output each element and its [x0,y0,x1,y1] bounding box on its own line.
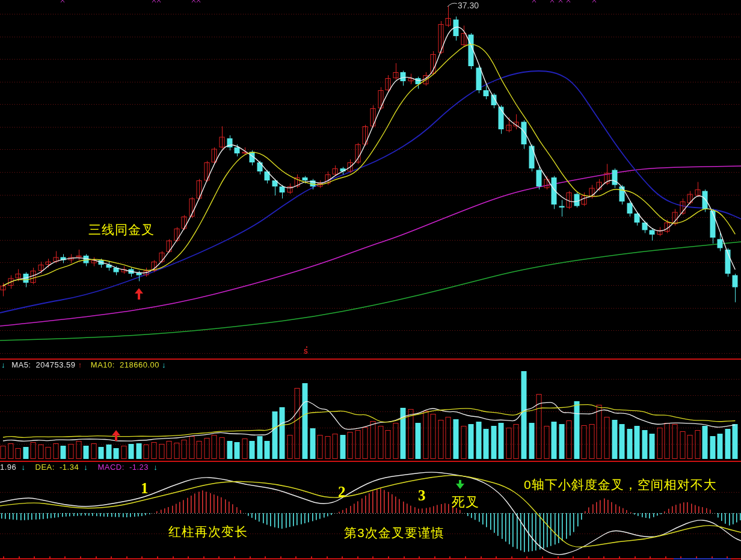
macd-dea-value: -1.34 [60,463,79,472]
event-marker-s[interactable]: S [304,349,308,355]
macd-indicator-header: 1.96 ↓ DEA: -1.34 ↓ MACD: -1.23 ↓ [0,463,158,472]
volume-trend-down-icon: ↓ [1,360,5,369]
macd-macd-label: MACD: [97,463,124,472]
annotation-death-cross: 死叉 [452,493,479,511]
volume-ma5-up-icon: ↑ [78,360,82,369]
macd-macd-value: -1.23 [129,463,149,472]
volume-ma10-value: 218660.00 [120,360,159,369]
annotation-below-zero-cross: 0轴下小斜度金叉，空间相对不大 [524,476,717,493]
volume-ma5-label: MA5: [11,360,31,369]
stock-chart-app: 37.30 三线同金叉 红柱再次变长 第3次金叉要谨慎 死叉 0轴下小斜度金叉，… [0,0,741,560]
event-marker-dot [306,346,307,348]
peak-price-label: 37.30 [458,1,479,10]
macd-dea-label: DEA: [35,463,55,472]
macd-macd-down-icon: ↓ [153,463,158,472]
macd-dif-value: 1.96 [0,463,16,472]
annotation-third-cross-caution: 第3次金叉要谨慎 [344,525,444,541]
volume-ma10-down-icon: ↓ [162,360,166,369]
macd-dea-down-icon: ↓ [84,463,88,472]
volume-ma5-value: 204753.59 [36,360,76,369]
annotation-number-1: 1 [141,480,149,497]
macd-dif-down-icon: ↓ [21,463,25,472]
annotation-number-2: 2 [338,484,346,500]
annotation-red-bars-longer: 红柱再次变长 [168,523,248,540]
volume-ma10-label: MA10: [91,360,115,369]
annotation-number-3: 3 [418,487,426,504]
volume-indicator-header: ↓ MA5: 204753.59 ↑ MA10: 218660.00 ↓ [1,360,166,369]
annotation-three-line-golden-cross: 三线同金叉 [88,221,155,238]
